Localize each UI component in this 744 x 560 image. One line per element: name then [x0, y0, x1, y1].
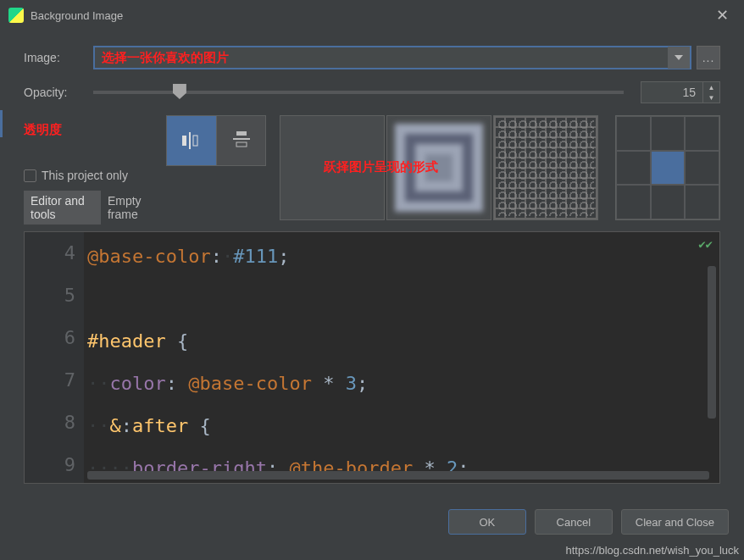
pos-mr[interactable] — [685, 151, 719, 186]
position-grid[interactable] — [615, 115, 720, 220]
slider-thumb[interactable] — [173, 84, 186, 99]
clear-close-button[interactable]: Clear and Close — [621, 509, 729, 535]
fill-mode-group: 跃择图片呈现的形式 — [280, 115, 720, 220]
gutter: 4 5 6 7 8 9 — [25, 232, 84, 483]
image-hint-annotation: 选择一张你喜欢的图片 — [95, 50, 668, 66]
browse-button[interactable]: ... — [697, 46, 720, 69]
opacity-value[interactable]: 15 — [641, 82, 702, 103]
pos-tr[interactable] — [685, 116, 719, 151]
checkbox-icon[interactable] — [24, 169, 36, 182]
horizontal-scrollbar[interactable] — [87, 471, 709, 480]
svg-rect-5 — [236, 142, 247, 147]
fill-hint-annotation: 跃择图片呈现的形式 — [324, 159, 438, 175]
pos-tl[interactable] — [616, 116, 651, 151]
opacity-label: Opacity: — [24, 86, 93, 99]
flip-group — [166, 115, 266, 166]
project-only-label: This project only — [42, 169, 128, 182]
cancel-button[interactable]: Cancel — [535, 509, 613, 535]
watermark: https://blog.csdn.net/wish_you_luck — [565, 544, 739, 557]
pos-bl[interactable] — [616, 185, 651, 219]
spinner-down-icon[interactable]: ▼ — [703, 92, 719, 103]
spinner-up-icon[interactable]: ▲ — [703, 82, 719, 92]
project-only-checkbox[interactable]: This project only — [24, 169, 166, 182]
svg-rect-2 — [193, 136, 197, 146]
image-row: Image: 选择一张你喜欢的图片 ... — [24, 46, 720, 69]
vertical-scrollbar[interactable] — [708, 266, 716, 419]
chevron-down-icon[interactable] — [668, 47, 690, 69]
app-icon — [8, 8, 24, 23]
tab-empty-frame[interactable]: Empty frame — [101, 191, 166, 225]
pos-mc[interactable] — [651, 151, 686, 186]
pos-tc[interactable] — [651, 116, 686, 151]
pos-br[interactable] — [685, 185, 719, 219]
tab-editor-tools[interactable]: Editor and tools — [24, 191, 101, 225]
opacity-slider[interactable] — [93, 91, 624, 94]
image-path-combo[interactable]: 选择一张你喜欢的图片 — [93, 46, 691, 69]
window-title: Background Image — [31, 9, 709, 22]
fill-tile-button[interactable] — [493, 115, 598, 220]
dialog-buttons: OK Cancel Clear and Close — [0, 492, 744, 545]
close-icon[interactable]: ✕ — [709, 3, 736, 28]
opacity-row: Opacity: 15 ▲ ▼ — [24, 81, 720, 103]
code-preview: ✔✔ 4 5 6 7 8 9 @base-color:·#111; #heade… — [24, 231, 720, 484]
opacity-spinner[interactable]: 15 ▲ ▼ — [641, 81, 720, 103]
image-label: Image: — [24, 51, 93, 64]
inspection-ok-icon[interactable]: ✔✔ — [698, 237, 713, 251]
pos-ml[interactable] — [616, 151, 651, 186]
pos-bc[interactable] — [651, 185, 686, 219]
ok-button[interactable]: OK — [448, 509, 526, 535]
opacity-hint-annotation: 透明度 — [24, 122, 166, 138]
titlebar: Background Image ✕ — [0, 0, 744, 30]
code-lines: @base-color:·#111; #header { ··color: @b… — [87, 232, 719, 484]
svg-rect-4 — [233, 138, 250, 140]
svg-rect-0 — [182, 136, 186, 146]
svg-rect-3 — [236, 131, 247, 136]
flip-vertical-button[interactable] — [216, 116, 265, 165]
svg-rect-1 — [189, 132, 191, 149]
flip-horizontal-button[interactable] — [167, 116, 216, 165]
